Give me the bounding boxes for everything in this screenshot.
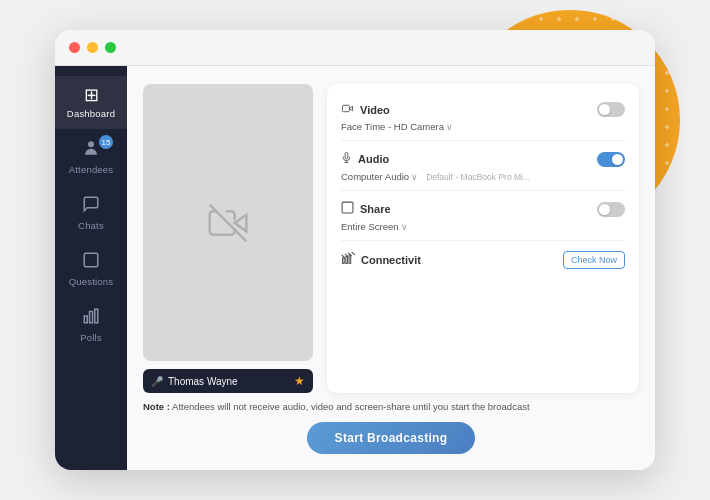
sidebar-item-questions[interactable]: Questions <box>55 241 127 297</box>
svg-rect-2 <box>84 316 87 323</box>
start-btn-row: Start Broadcasting <box>143 422 639 454</box>
sidebar-label-questions: Questions <box>69 276 114 287</box>
note-bar: Note : Attendees will not receive audio,… <box>143 401 639 412</box>
audio-setting-icon <box>341 151 352 167</box>
share-chevron-icon: ∨ <box>401 222 408 232</box>
dashboard-icon: ⊞ <box>84 86 99 104</box>
audio-toggle[interactable] <box>597 152 625 167</box>
sidebar-item-attendees[interactable]: 15 Attendees <box>55 129 127 185</box>
check-now-button[interactable]: Check Now <box>563 251 625 269</box>
video-toggle[interactable] <box>597 102 625 117</box>
mic-icon: 🎤 <box>151 376 163 387</box>
connectivity-left: Connectivit <box>341 252 421 268</box>
share-setting-header: Share <box>341 201 625 217</box>
participant-name: 🎤 Thomas Wayne <box>151 376 238 387</box>
attendees-badge: 15 <box>99 135 113 149</box>
share-setting-row: Share Entire Screen ∨ <box>341 193 625 241</box>
audio-sub: Computer Audio ∨ Default - MacBook Pro M… <box>341 171 625 182</box>
share-sub-value: Entire Screen <box>341 221 399 232</box>
share-sub: Entire Screen ∨ <box>341 221 625 232</box>
share-setting-icon <box>341 201 354 217</box>
sidebar-item-polls[interactable]: Polls <box>55 297 127 353</box>
video-chevron-icon: ∨ <box>446 122 453 132</box>
content-panel: 🎤 Thomas Wayne ★ <box>127 66 655 470</box>
audio-title-row: Audio <box>341 151 389 167</box>
video-setting-header: Video <box>341 102 625 117</box>
svg-rect-9 <box>346 256 348 263</box>
participant-name-label: Thomas Wayne <box>168 376 238 387</box>
connectivity-bars-icon <box>341 252 355 268</box>
chats-icon <box>82 195 100 216</box>
video-setting-row: Video Face Time - HD Camera ∨ <box>341 94 625 141</box>
svg-rect-1 <box>84 253 98 267</box>
svg-point-0 <box>88 141 94 147</box>
video-setting-title: Video <box>360 104 390 116</box>
two-col-layout: 🎤 Thomas Wayne ★ <box>143 84 639 393</box>
start-broadcasting-button[interactable]: Start Broadcasting <box>307 422 476 454</box>
svg-rect-10 <box>349 255 351 264</box>
video-preview-column: 🎤 Thomas Wayne ★ <box>143 84 313 393</box>
note-label: Note : <box>143 401 170 412</box>
questions-icon <box>82 251 100 272</box>
participant-bar: 🎤 Thomas Wayne ★ <box>143 369 313 393</box>
title-bar <box>55 30 655 66</box>
svg-rect-8 <box>343 258 345 263</box>
sidebar: ⊞ Dashboard 15 Attendees <box>55 66 127 470</box>
svg-rect-7 <box>342 202 353 213</box>
svg-rect-6 <box>342 105 349 111</box>
main-area: ⊞ Dashboard 15 Attendees <box>55 66 655 470</box>
share-title-row: Share <box>341 201 391 217</box>
browser-window: ⊞ Dashboard 15 Attendees <box>55 30 655 470</box>
video-box <box>143 84 313 361</box>
video-title-row: Video <box>341 103 390 117</box>
audio-setting-title: Audio <box>358 153 389 165</box>
polls-icon <box>82 307 100 328</box>
note-text: Attendees will not receive audio, video … <box>172 401 530 412</box>
sidebar-label-chats: Chats <box>78 220 104 231</box>
video-sub-value: Face Time - HD Camera <box>341 121 444 132</box>
settings-panel: Video Face Time - HD Camera ∨ <box>327 84 639 393</box>
audio-sub-value: Computer Audio <box>341 171 409 182</box>
sidebar-label-dashboard: Dashboard <box>67 108 115 119</box>
sidebar-item-chats[interactable]: Chats <box>55 185 127 241</box>
sidebar-label-attendees: Attendees <box>69 164 114 175</box>
connectivity-title: Connectivit <box>361 254 421 266</box>
connectivity-row: Connectivit Check Now <box>341 243 625 277</box>
audio-default-label: Default - MacBook Pro Mi... <box>426 172 530 182</box>
svg-rect-3 <box>90 312 93 323</box>
star-icon: ★ <box>294 374 305 388</box>
audio-setting-header: Audio <box>341 151 625 167</box>
dot-green[interactable] <box>105 42 116 53</box>
sidebar-label-polls: Polls <box>80 332 102 343</box>
sidebar-item-dashboard[interactable]: ⊞ Dashboard <box>55 76 127 129</box>
dot-yellow[interactable] <box>87 42 98 53</box>
audio-setting-row: Audio Computer Audio ∨ Default - MacBook… <box>341 143 625 191</box>
share-toggle[interactable] <box>597 202 625 217</box>
video-sub: Face Time - HD Camera ∨ <box>341 121 625 132</box>
svg-rect-4 <box>95 309 98 323</box>
dot-red[interactable] <box>69 42 80 53</box>
camera-off-icon <box>206 203 250 243</box>
audio-chevron-icon: ∨ <box>411 172 418 182</box>
share-setting-title: Share <box>360 203 391 215</box>
video-setting-icon <box>341 103 354 117</box>
attendees-icon <box>82 139 100 160</box>
